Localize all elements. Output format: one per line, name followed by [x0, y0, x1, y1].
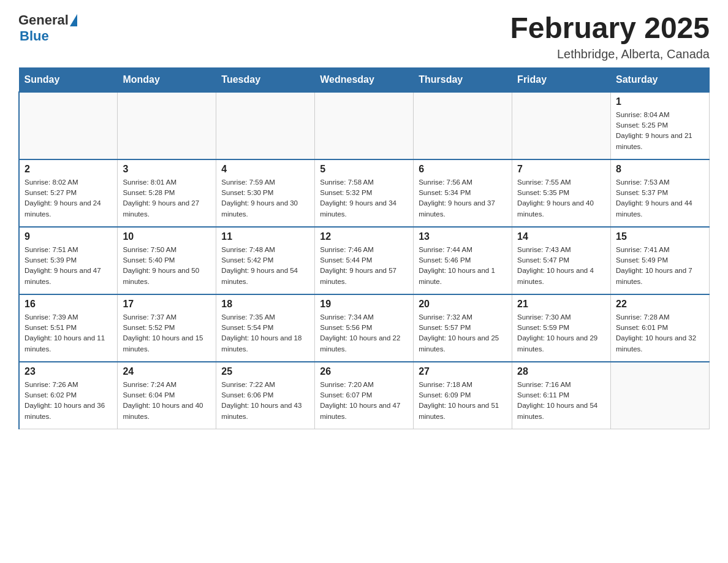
- day-info: Sunrise: 7:44 AM Sunset: 5:46 PM Dayligh…: [419, 245, 507, 287]
- day-info: Sunrise: 7:28 AM Sunset: 6:01 PM Dayligh…: [616, 312, 704, 354]
- calendar-cell: 15Sunrise: 7:41 AM Sunset: 5:49 PM Dayli…: [611, 227, 710, 294]
- calendar-cell: 11Sunrise: 7:48 AM Sunset: 5:42 PM Dayli…: [216, 227, 315, 294]
- day-info: Sunrise: 7:20 AM Sunset: 6:07 PM Dayligh…: [320, 380, 408, 422]
- calendar-cell: 20Sunrise: 7:32 AM Sunset: 5:57 PM Dayli…: [414, 294, 512, 362]
- day-number: 4: [221, 164, 309, 175]
- day-info: Sunrise: 7:26 AM Sunset: 6:02 PM Dayligh…: [25, 380, 112, 422]
- calendar-cell: 19Sunrise: 7:34 AM Sunset: 5:56 PM Dayli…: [315, 294, 414, 362]
- weekday-header-sunday: Sunday: [19, 67, 118, 92]
- page-header: General Blue February 2025 Lethbridge, A…: [18, 12, 710, 61]
- day-info: Sunrise: 7:53 AM Sunset: 5:37 PM Dayligh…: [616, 177, 704, 220]
- day-number: 7: [517, 164, 605, 175]
- calendar-cell: 28Sunrise: 7:16 AM Sunset: 6:11 PM Dayli…: [512, 362, 611, 429]
- day-info: Sunrise: 7:55 AM Sunset: 5:35 PM Dayligh…: [517, 177, 605, 220]
- logo-triangle-icon: [70, 14, 77, 26]
- day-info: Sunrise: 7:34 AM Sunset: 5:56 PM Dayligh…: [320, 312, 408, 354]
- day-info: Sunrise: 8:02 AM Sunset: 5:27 PM Dayligh…: [25, 177, 112, 220]
- calendar-week-row: 23Sunrise: 7:26 AM Sunset: 6:02 PM Dayli…: [19, 362, 710, 429]
- calendar-cell: 17Sunrise: 7:37 AM Sunset: 5:52 PM Dayli…: [118, 294, 216, 362]
- day-number: 6: [419, 164, 507, 175]
- calendar-cell: 5Sunrise: 7:58 AM Sunset: 5:32 PM Daylig…: [315, 159, 414, 227]
- day-info: Sunrise: 7:43 AM Sunset: 5:47 PM Dayligh…: [517, 245, 605, 287]
- calendar-week-row: 16Sunrise: 7:39 AM Sunset: 5:51 PM Dayli…: [19, 294, 710, 362]
- calendar-table: SundayMondayTuesdayWednesdayThursdayFrid…: [18, 67, 710, 430]
- day-info: Sunrise: 7:59 AM Sunset: 5:30 PM Dayligh…: [221, 177, 309, 220]
- day-info: Sunrise: 7:51 AM Sunset: 5:39 PM Dayligh…: [25, 245, 112, 287]
- day-number: 21: [517, 299, 605, 310]
- day-number: 15: [616, 231, 704, 242]
- calendar-cell: [611, 362, 710, 429]
- calendar-header: SundayMondayTuesdayWednesdayThursdayFrid…: [19, 67, 710, 92]
- logo-general-text: General: [18, 12, 69, 28]
- weekday-header-friday: Friday: [512, 67, 611, 92]
- day-number: 26: [320, 366, 408, 377]
- weekday-header-monday: Monday: [118, 67, 216, 92]
- day-number: 10: [123, 231, 211, 242]
- calendar-cell: [512, 92, 611, 159]
- calendar-cell: 23Sunrise: 7:26 AM Sunset: 6:02 PM Dayli…: [19, 362, 118, 429]
- weekday-header-thursday: Thursday: [414, 67, 512, 92]
- day-number: 11: [221, 231, 309, 242]
- day-info: Sunrise: 7:56 AM Sunset: 5:34 PM Dayligh…: [419, 177, 507, 220]
- day-info: Sunrise: 7:18 AM Sunset: 6:09 PM Dayligh…: [419, 380, 507, 422]
- day-number: 24: [123, 366, 211, 377]
- day-number: 14: [517, 231, 605, 242]
- day-number: 2: [25, 164, 112, 175]
- calendar-cell: 21Sunrise: 7:30 AM Sunset: 5:59 PM Dayli…: [512, 294, 611, 362]
- day-number: 16: [25, 299, 112, 310]
- calendar-cell: 12Sunrise: 7:46 AM Sunset: 5:44 PM Dayli…: [315, 227, 414, 294]
- calendar-cell: 9Sunrise: 7:51 AM Sunset: 5:39 PM Daylig…: [19, 227, 118, 294]
- calendar-cell: 6Sunrise: 7:56 AM Sunset: 5:34 PM Daylig…: [414, 159, 512, 227]
- day-info: Sunrise: 7:48 AM Sunset: 5:42 PM Dayligh…: [221, 245, 309, 287]
- calendar-week-row: 9Sunrise: 7:51 AM Sunset: 5:39 PM Daylig…: [19, 227, 710, 294]
- day-info: Sunrise: 7:32 AM Sunset: 5:57 PM Dayligh…: [419, 312, 507, 354]
- calendar-cell: 22Sunrise: 7:28 AM Sunset: 6:01 PM Dayli…: [611, 294, 710, 362]
- day-info: Sunrise: 7:30 AM Sunset: 5:59 PM Dayligh…: [517, 312, 605, 354]
- weekday-header-wednesday: Wednesday: [315, 67, 414, 92]
- day-number: 3: [123, 164, 211, 175]
- day-info: Sunrise: 7:39 AM Sunset: 5:51 PM Dayligh…: [25, 312, 112, 354]
- calendar-cell: [19, 92, 118, 159]
- calendar-cell: [414, 92, 512, 159]
- calendar-cell: 13Sunrise: 7:44 AM Sunset: 5:46 PM Dayli…: [414, 227, 512, 294]
- calendar-body: 1Sunrise: 8:04 AM Sunset: 5:25 PM Daylig…: [19, 92, 710, 429]
- day-info: Sunrise: 7:46 AM Sunset: 5:44 PM Dayligh…: [320, 245, 408, 287]
- calendar-week-row: 1Sunrise: 8:04 AM Sunset: 5:25 PM Daylig…: [19, 92, 710, 159]
- weekday-row: SundayMondayTuesdayWednesdayThursdayFrid…: [19, 67, 710, 92]
- month-title: February 2025: [510, 12, 710, 45]
- calendar-cell: 1Sunrise: 8:04 AM Sunset: 5:25 PM Daylig…: [611, 92, 710, 159]
- location-label: Lethbridge, Alberta, Canada: [510, 47, 710, 61]
- calendar-cell: 26Sunrise: 7:20 AM Sunset: 6:07 PM Dayli…: [315, 362, 414, 429]
- calendar-cell: 10Sunrise: 7:50 AM Sunset: 5:40 PM Dayli…: [118, 227, 216, 294]
- calendar-cell: [315, 92, 414, 159]
- title-section: February 2025 Lethbridge, Alberta, Canad…: [510, 12, 710, 61]
- calendar-cell: 3Sunrise: 8:01 AM Sunset: 5:28 PM Daylig…: [118, 159, 216, 227]
- calendar-cell: 4Sunrise: 7:59 AM Sunset: 5:30 PM Daylig…: [216, 159, 315, 227]
- day-number: 25: [221, 366, 309, 377]
- day-number: 28: [517, 366, 605, 377]
- day-info: Sunrise: 7:24 AM Sunset: 6:04 PM Dayligh…: [123, 380, 211, 422]
- day-number: 12: [320, 231, 408, 242]
- day-info: Sunrise: 7:16 AM Sunset: 6:11 PM Dayligh…: [517, 380, 605, 422]
- day-number: 20: [419, 299, 507, 310]
- calendar-cell: 24Sunrise: 7:24 AM Sunset: 6:04 PM Dayli…: [118, 362, 216, 429]
- day-info: Sunrise: 7:58 AM Sunset: 5:32 PM Dayligh…: [320, 177, 408, 220]
- calendar-cell: 16Sunrise: 7:39 AM Sunset: 5:51 PM Dayli…: [19, 294, 118, 362]
- day-info: Sunrise: 7:41 AM Sunset: 5:49 PM Dayligh…: [616, 245, 704, 287]
- day-number: 17: [123, 299, 211, 310]
- day-number: 19: [320, 299, 408, 310]
- day-info: Sunrise: 8:01 AM Sunset: 5:28 PM Dayligh…: [123, 177, 211, 220]
- day-info: Sunrise: 7:50 AM Sunset: 5:40 PM Dayligh…: [123, 245, 211, 287]
- calendar-cell: 8Sunrise: 7:53 AM Sunset: 5:37 PM Daylig…: [611, 159, 710, 227]
- weekday-header-tuesday: Tuesday: [216, 67, 315, 92]
- day-number: 1: [616, 96, 704, 107]
- calendar-cell: 18Sunrise: 7:35 AM Sunset: 5:54 PM Dayli…: [216, 294, 315, 362]
- day-info: Sunrise: 7:37 AM Sunset: 5:52 PM Dayligh…: [123, 312, 211, 354]
- logo: General Blue: [18, 12, 77, 44]
- calendar-cell: [216, 92, 315, 159]
- day-number: 5: [320, 164, 408, 175]
- logo-blue-text: Blue: [20, 28, 49, 44]
- calendar-cell: 25Sunrise: 7:22 AM Sunset: 6:06 PM Dayli…: [216, 362, 315, 429]
- calendar-cell: 14Sunrise: 7:43 AM Sunset: 5:47 PM Dayli…: [512, 227, 611, 294]
- day-number: 13: [419, 231, 507, 242]
